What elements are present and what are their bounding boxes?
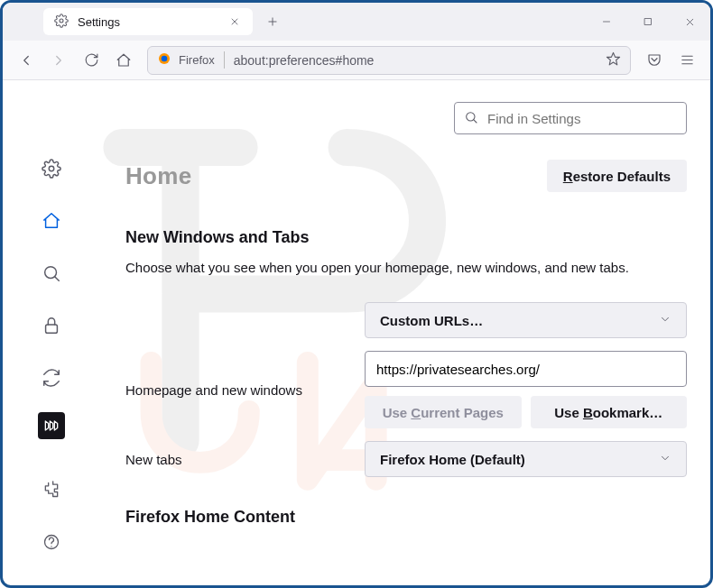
pocket-button[interactable] (640, 46, 669, 75)
chevron-down-icon (659, 452, 671, 467)
restore-defaults-button[interactable]: Restore Defaults (547, 160, 687, 192)
svg-rect-1 (645, 19, 652, 25)
tab-title: Settings (78, 15, 218, 29)
close-icon[interactable] (227, 14, 242, 29)
homepage-url-input[interactable] (365, 351, 687, 387)
reload-button[interactable] (77, 46, 106, 75)
sidebar-item-general[interactable] (33, 151, 69, 187)
settings-sidebar (3, 80, 100, 569)
page-heading: Home (125, 162, 191, 190)
sidebar-item-home[interactable] (33, 203, 69, 239)
use-bookmark-button[interactable]: Use Bookmark… (531, 396, 688, 428)
gear-icon (54, 14, 69, 31)
sidebar-item-help[interactable] (33, 524, 69, 560)
svg-rect-6 (46, 325, 58, 333)
minimize-button[interactable] (586, 3, 627, 41)
select-value: Custom URLs… (380, 313, 483, 328)
close-window-button[interactable] (669, 3, 710, 41)
home-button[interactable] (109, 46, 138, 75)
toolbar: Firefox about:preferences#home (3, 41, 710, 80)
newtabs-select[interactable]: Firefox Home (Default) (365, 441, 687, 477)
browser-tab[interactable]: Settings (43, 8, 253, 35)
forward-button[interactable] (44, 46, 73, 75)
find-in-settings-input[interactable] (487, 111, 677, 126)
section-firefox-home-content: Firefox Home Content (125, 508, 687, 527)
url-bar[interactable]: Firefox about:preferences#home (147, 46, 631, 75)
search-icon (464, 110, 478, 127)
use-current-pages-button[interactable]: Use Current Pages (365, 396, 522, 428)
titlebar: Settings (3, 3, 710, 41)
select-value: Firefox Home (Default) (380, 452, 525, 467)
homepage-mode-select[interactable]: Custom URLs… (365, 302, 687, 338)
new-tab-button[interactable] (258, 3, 287, 41)
sidebar-item-sync[interactable] (33, 360, 69, 396)
settings-pane: Home Restore Defaults New Windows and Ta… (100, 80, 710, 569)
identity-box[interactable]: Firefox (157, 51, 225, 69)
homepage-label: Homepage and new windows (125, 382, 365, 398)
svg-point-4 (49, 166, 54, 171)
section-description: Choose what you see when you open your h… (125, 260, 687, 275)
find-in-settings[interactable] (454, 102, 687, 134)
url-text: about:preferences#home (234, 53, 597, 68)
sidebar-item-privacy[interactable] (33, 308, 69, 344)
chevron-down-icon (659, 313, 671, 328)
newtabs-label: New tabs (125, 452, 365, 467)
app-menu-button[interactable] (672, 46, 701, 75)
bookmark-star-icon[interactable] (606, 51, 621, 69)
svg-point-3 (162, 56, 168, 62)
firefox-icon (157, 51, 171, 69)
back-button[interactable] (12, 46, 41, 75)
identity-label: Firefox (179, 53, 215, 67)
section-new-windows-tabs: New Windows and Tabs (125, 228, 687, 247)
maximize-button[interactable] (627, 3, 669, 41)
sidebar-item-more[interactable] (38, 412, 65, 439)
sidebar-item-extensions[interactable] (33, 472, 69, 508)
sidebar-item-search[interactable] (33, 255, 69, 291)
svg-point-0 (60, 19, 63, 23)
